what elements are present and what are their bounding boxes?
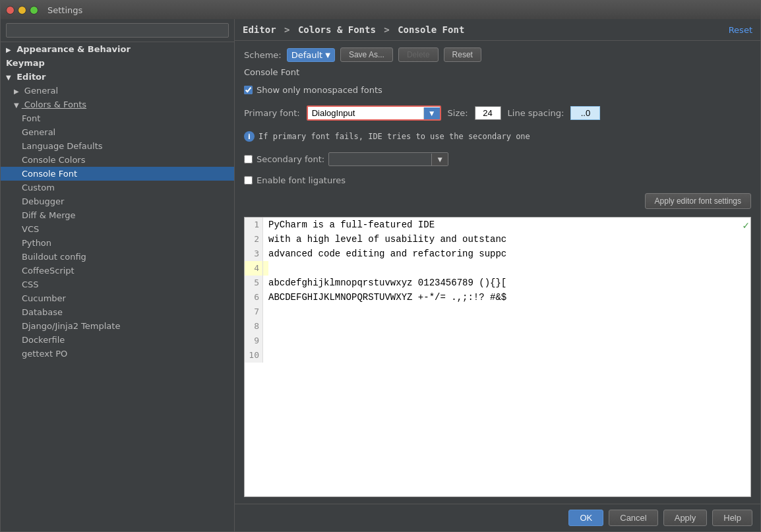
arrow-icon: ▶: [6, 46, 11, 53]
preview-line-7: 7: [245, 305, 750, 319]
sidebar-item-vcs[interactable]: VCS: [1, 222, 234, 236]
breadcrumb-part1: Editor: [243, 24, 276, 35]
sidebar-item-dockerfile[interactable]: Dockerfile: [1, 333, 234, 347]
line-number-9: 9: [245, 334, 263, 348]
breadcrumb-part3: Console Font: [398, 24, 464, 35]
window-title: Settings: [47, 5, 82, 15]
sidebar-item-gettext[interactable]: gettext PO: [1, 347, 234, 361]
preview-code-5: abcdefghijklmnopqrstuvwxyz 0123456789 ()…: [263, 276, 506, 290]
sidebar-item-editor[interactable]: ▼ Editor: [1, 70, 234, 84]
chevron-down-icon: ▼: [325, 51, 330, 59]
sidebar-item-font[interactable]: Font: [1, 111, 234, 125]
secondary-font-dropdown-btn[interactable]: ▼: [431, 154, 448, 165]
ligatures-label: Enable font ligatures: [257, 175, 346, 185]
preview-line-2: 2 with a high level of usability and out…: [245, 232, 750, 247]
sidebar-item-cucumber[interactable]: Cucumber: [1, 291, 234, 305]
line-number-3: 3: [245, 247, 263, 261]
size-label: Size:: [448, 108, 468, 118]
titlebar: Settings: [1, 1, 760, 19]
close-button[interactable]: [6, 6, 15, 15]
sidebar-item-database[interactable]: Database: [1, 305, 234, 319]
apply-editor-font-button[interactable]: Apply editor font settings: [645, 193, 751, 209]
search-input[interactable]: [6, 23, 229, 38]
scheme-row: Scheme: Default ▼ Save As... Delete Rese…: [244, 47, 751, 62]
scheme-dropdown[interactable]: Default ▼: [287, 48, 335, 62]
primary-font-dropdown-btn[interactable]: ▼: [423, 107, 440, 119]
ok-button[interactable]: OK: [568, 510, 603, 526]
secondary-font-label: Secondary font:: [257, 154, 324, 164]
help-button[interactable]: Help: [712, 510, 752, 526]
preview-area: ✓ 1 PyCharm is a full-featured IDE 2 wit…: [244, 217, 751, 497]
preview-code-10: [263, 348, 268, 363]
size-input[interactable]: [475, 106, 501, 120]
sidebar-item-appearance[interactable]: ▶ Appearance & Behavior: [1, 42, 234, 56]
preview-line-3: 3 advanced code editing and refactoring …: [245, 247, 750, 261]
preview-line-8: 8: [245, 319, 750, 334]
sidebar-item-diff-merge[interactable]: Diff & Merge: [1, 208, 234, 222]
global-reset-link[interactable]: Reset: [729, 25, 752, 35]
preview-code-8: [263, 319, 268, 334]
delete-button[interactable]: Delete: [398, 47, 439, 62]
secondary-font-checkbox[interactable]: [244, 155, 253, 163]
line-spacing-label: Line spacing:: [508, 108, 564, 118]
minimize-button[interactable]: [18, 6, 26, 15]
primary-font-input-wrap: ▼: [307, 105, 441, 121]
preview-line-10: 10: [245, 348, 750, 363]
sidebar-item-general2[interactable]: General: [1, 125, 234, 139]
cancel-button[interactable]: Cancel: [609, 510, 657, 526]
sidebar-tree: ▶ Appearance & Behavior Keymap ▼ Editor …: [1, 42, 234, 531]
sidebar-item-buildout[interactable]: Buildout config: [1, 250, 234, 264]
sidebar-item-language-defaults[interactable]: Language Defaults: [1, 139, 234, 153]
sidebar-item-custom[interactable]: Custom: [1, 181, 234, 194]
sidebar-item-django[interactable]: Django/Jinja2 Template: [1, 319, 234, 333]
maximize-button[interactable]: [30, 6, 38, 15]
info-icon: i: [244, 131, 255, 142]
preview-line-4: 4: [245, 261, 750, 276]
settings-window: Settings ▶ Appearance & Behavior Keymap …: [0, 0, 761, 532]
line-spacing-input[interactable]: [570, 106, 600, 120]
preview-line-9: 9: [245, 334, 750, 348]
primary-font-input[interactable]: [308, 107, 423, 119]
preview-code-2: with a high level of usability and outst…: [263, 232, 506, 247]
right-header: Editor > Colors & Fonts > Console Font R…: [235, 19, 760, 41]
sidebar-item-css[interactable]: CSS: [1, 278, 234, 291]
right-panel: Editor > Colors & Fonts > Console Font R…: [235, 19, 760, 531]
preview-code-1: PyCharm is a full-featured IDE: [263, 218, 435, 232]
line-number-10: 10: [245, 348, 263, 363]
primary-font-row: Primary font: ▼ Size: Line spacing:: [244, 105, 751, 121]
line-number-4: 4: [245, 261, 263, 276]
sidebar-search-container: [1, 19, 234, 42]
arrow-icon: ▶: [14, 88, 19, 95]
ligatures-checkbox[interactable]: [244, 176, 253, 185]
sidebar-item-general[interactable]: ▶ General: [1, 84, 234, 98]
arrow-icon: ▼: [6, 74, 11, 81]
right-body: Scheme: Default ▼ Save As... Delete Rese…: [235, 41, 760, 504]
sidebar-item-console-colors[interactable]: Console Colors: [1, 153, 234, 167]
scroll-indicator: ✓: [743, 219, 749, 232]
line-number-1: 1: [245, 218, 263, 232]
preview-code-6: ABCDEFGHIJKLMNOPQRSTUVWXYZ +-*/= .,;:!? …: [263, 290, 506, 305]
reset-button[interactable]: Reset: [444, 47, 481, 62]
preview-code-3: advanced code editing and refactoring su…: [263, 247, 506, 261]
sidebar-item-debugger[interactable]: Debugger: [1, 194, 234, 208]
sidebar-item-keymap[interactable]: Keymap: [1, 56, 234, 70]
main-content: ▶ Appearance & Behavior Keymap ▼ Editor …: [1, 19, 760, 531]
scheme-label: Scheme:: [244, 50, 282, 60]
secondary-font-row: Secondary font: ▼: [244, 152, 751, 166]
sidebar-item-console-font[interactable]: Console Font: [1, 167, 234, 181]
sidebar-item-colors-fonts[interactable]: ▼ Colors & Fonts: [1, 98, 234, 111]
save-as-button[interactable]: Save As...: [340, 47, 393, 62]
ligature-row: Enable font ligatures: [244, 175, 751, 185]
secondary-font-input-wrap: ▼: [328, 152, 448, 166]
apply-btn-row: Apply editor font settings: [244, 193, 751, 209]
apply-button[interactable]: Apply: [663, 510, 708, 526]
secondary-font-input[interactable]: [329, 153, 431, 165]
sidebar-item-python[interactable]: Python: [1, 236, 234, 250]
monospaced-checkbox[interactable]: [244, 86, 253, 94]
sidebar-item-coffeescript[interactable]: CoffeeScript: [1, 264, 234, 278]
bottom-bar: OK Cancel Apply Help: [235, 504, 760, 531]
console-font-section-title: Console Font: [244, 67, 751, 77]
line-number-2: 2: [245, 232, 263, 247]
monospaced-row: Show only monospaced fonts: [244, 85, 751, 95]
info-text: If primary font fails, IDE tries to use …: [259, 132, 530, 141]
